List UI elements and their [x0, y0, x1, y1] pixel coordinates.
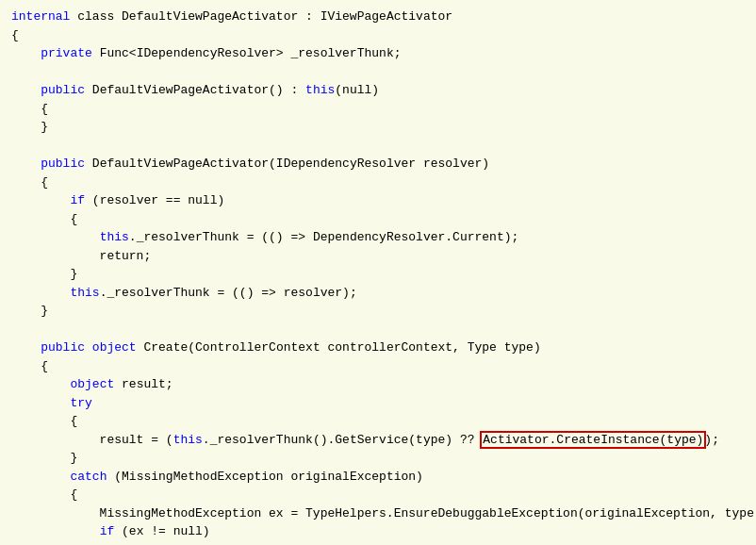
- code-line-20: {: [11, 357, 745, 376]
- code-line-17: }: [11, 302, 745, 321]
- code-line-27: {: [11, 486, 745, 504]
- code-line-16: this._resolverThunk = (() => resolver);: [11, 284, 745, 303]
- code-line-7: }: [11, 118, 745, 137]
- code-line-9: public DefaultViewPageActivator(IDepende…: [11, 155, 745, 173]
- code-line-10: {: [11, 173, 745, 192]
- code-line-21: object result;: [11, 375, 745, 394]
- code-line-4: [11, 63, 745, 82]
- code-line-5: public DefaultViewPageActivator() : this…: [11, 81, 745, 100]
- code-line-14: return;: [11, 247, 745, 266]
- code-line-8: [11, 137, 745, 156]
- code-line-3: private Func<IDependencyResolver> _resol…: [11, 44, 745, 63]
- code-line-24: result = (this._resolverThunk().GetServi…: [11, 431, 745, 450]
- code-line-28: MissingMethodException ex = TypeHelpers.…: [11, 504, 745, 523]
- highlighted-code: Activator.CreateInstance(type): [482, 433, 704, 447]
- code-line-30: {: [11, 541, 745, 546]
- code-line-11: if (resolver == null): [11, 191, 745, 210]
- code-line-1: internal class DefaultViewPageActivator …: [11, 8, 745, 26]
- keyword-internal: internal: [11, 9, 70, 24]
- code-line-22: try: [11, 394, 745, 413]
- code-line-29: if (ex != null): [11, 522, 745, 541]
- code-line-19: public object Create(ControllerContext c…: [11, 339, 745, 357]
- code-line-2: {: [11, 26, 745, 45]
- code-line-13: this._resolverThunk = (() => DependencyR…: [11, 228, 745, 247]
- code-line-12: {: [11, 210, 745, 229]
- code-line-18: [11, 321, 745, 339]
- code-line-23: {: [11, 412, 745, 431]
- code-line-15: }: [11, 265, 745, 284]
- code-editor: internal class DefaultViewPageActivator …: [0, 0, 756, 545]
- code-line-26: catch (MissingMethodException originalEx…: [11, 468, 745, 487]
- code-line-6: {: [11, 100, 745, 119]
- code-line-25: }: [11, 449, 745, 468]
